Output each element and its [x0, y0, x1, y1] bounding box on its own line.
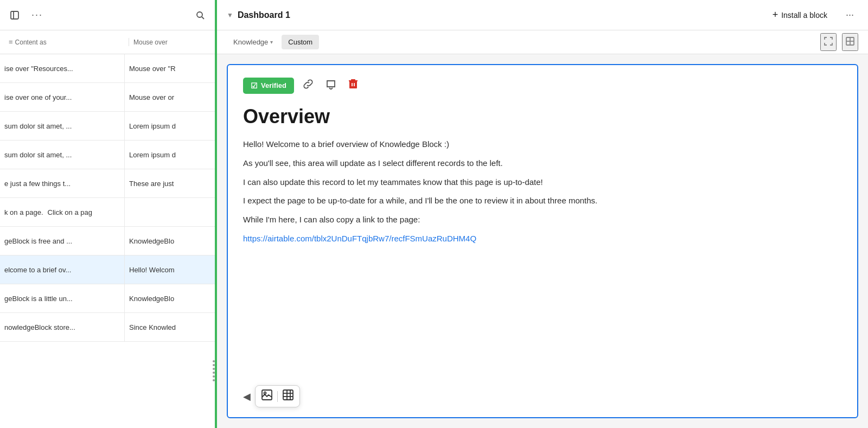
table-row[interactable]: geBlock is free and ... KnowledgeBlo: [0, 227, 215, 255]
image-icon[interactable]: [261, 389, 273, 404]
plus-icon: +: [773, 9, 778, 21]
table-row[interactable]: elcome to a brief ov... Hello! Welcom: [0, 255, 215, 284]
cell-col1: k on a page. Click on a pag: [0, 198, 125, 226]
card-paragraph: Hello! Welcome to a brief overview of Kn…: [243, 138, 842, 151]
cell-col1: ise over one of your...: [0, 83, 125, 111]
header-more-icon[interactable]: ···: [841, 7, 858, 23]
table-row[interactable]: ise over "Resources... Mouse over "R: [0, 54, 215, 83]
right-header: ▼ Dashboard 1 + Install a block ···: [217, 0, 868, 30]
content-icon: ≡: [9, 38, 13, 46]
dashboard-title-text: Dashboard 1: [238, 10, 290, 20]
cell-col1: nowledgeBlock store...: [0, 313, 125, 341]
card-paragraph: I can also update this record to let my …: [243, 176, 842, 189]
column-headers: ≡ Content as Mouse over: [0, 30, 215, 54]
bottom-icon-group: [255, 385, 300, 407]
header-actions: + Install a block ···: [767, 6, 858, 24]
collapse-icon[interactable]: ▼: [227, 11, 233, 19]
cell-col2: KnowledgeBlo: [125, 284, 215, 312]
install-block-button[interactable]: + Install a block: [767, 6, 833, 24]
search-icon[interactable]: [193, 8, 207, 22]
verified-button[interactable]: ☑ Verified: [243, 78, 294, 94]
col-header-mouseover: Mouse over: [129, 39, 210, 46]
knowledge-chevron-icon: ▾: [270, 39, 273, 45]
svg-line-2: [202, 17, 204, 19]
tab-custom[interactable]: Custom: [282, 35, 319, 49]
card-title: Overview: [243, 105, 842, 128]
cell-col2: Hello! Welcom: [125, 255, 215, 284]
svg-rect-13: [283, 390, 293, 400]
dashboard-title: ▼ Dashboard 1: [227, 10, 290, 20]
tabs-left: Knowledge ▾ Custom: [227, 35, 319, 49]
cell-col1: sum dolor sit amet, ...: [0, 140, 125, 169]
delete-icon[interactable]: [345, 76, 361, 95]
more-dots-icon[interactable]: ···: [29, 7, 45, 23]
cell-col2: Mouse over "R: [125, 54, 215, 82]
card-paragraph: While I'm here, I can also copy a link t…: [243, 213, 842, 227]
table-icon[interactable]: [282, 389, 294, 404]
card-bottom: ◀: [243, 385, 300, 407]
cell-col1: e just a few things t...: [0, 169, 125, 197]
comment-icon[interactable]: [322, 76, 340, 94]
table-row[interactable]: k on a page. Click on a pag: [0, 198, 215, 227]
svg-rect-11: [262, 390, 272, 400]
left-panel: ··· ≡ Content as Mouse over ise over "Re…: [0, 0, 217, 428]
svg-point-1: [197, 12, 202, 17]
card-paragraph: As you'll see, this area will update as …: [243, 157, 842, 170]
grid-icon[interactable]: [842, 33, 858, 51]
tab-knowledge[interactable]: Knowledge ▾: [227, 35, 279, 49]
cell-col2: Since Knowled: [125, 313, 215, 341]
fullscreen-icon[interactable]: [820, 33, 837, 51]
right-panel: ▼ Dashboard 1 + Install a block ··· Know…: [217, 0, 868, 428]
table-row[interactable]: sum dolor sit amet, ... Lorem ipsum d: [0, 112, 215, 140]
expand-icon[interactable]: [8, 8, 22, 22]
svg-rect-6: [349, 81, 357, 88]
table-row[interactable]: nowledgeBlock store... Since Knowled: [0, 313, 215, 342]
svg-rect-0: [11, 11, 18, 19]
cell-col1: ise over "Resources...: [0, 54, 125, 82]
cell-col2: Click on a pag: [43, 205, 97, 220]
cell-col1: elcome to a brief ov...: [0, 255, 125, 284]
tabs-right: [820, 33, 858, 51]
table-row[interactable]: ise over one of your... Mouse over or: [0, 83, 215, 112]
card-link[interactable]: https://airtable.com/tblx2UnDuFTqjbRw7/r…: [243, 234, 476, 243]
svg-point-12: [264, 392, 266, 394]
knowledge-card: ☑ Verified: [227, 64, 858, 418]
collapse-left-icon[interactable]: ◀: [243, 391, 251, 403]
table-rows: ise over "Resources... Mouse over "R ise…: [0, 54, 215, 428]
cell-col2: These are just: [125, 169, 215, 197]
cell-col2: Lorem ipsum d: [125, 140, 215, 169]
card-paragraph: https://airtable.com/tblx2UnDuFTqjbRw7/r…: [243, 232, 842, 246]
tabs-row: Knowledge ▾ Custom: [217, 30, 868, 54]
link-icon[interactable]: [299, 76, 317, 94]
checkmark-icon: ☑: [251, 81, 258, 90]
cell-col1: geBlock is free and ...: [0, 227, 125, 255]
card-body: Hello! Welcome to a brief overview of Kn…: [243, 138, 842, 246]
cell-col2: KnowledgeBlo: [125, 227, 215, 255]
col-header-content: ≡ Content as: [4, 38, 129, 46]
cell-col2: Lorem ipsum d: [125, 112, 215, 140]
left-toolbar: ···: [0, 0, 215, 30]
card-paragraph: I expect the page to be up-to-date for a…: [243, 194, 842, 208]
panel-drag-handle[interactable]: [212, 358, 216, 384]
table-row[interactable]: sum dolor sit amet, ... Lorem ipsum d: [0, 140, 215, 169]
cell-col1: geBlock is a little un...: [0, 284, 125, 312]
table-row[interactable]: e just a few things t... These are just: [0, 169, 215, 198]
main-content: ☑ Verified: [217, 54, 868, 428]
cell-col1: sum dolor sit amet, ...: [0, 112, 125, 140]
cell-col2: Mouse over or: [125, 83, 215, 111]
table-row[interactable]: geBlock is a little un... KnowledgeBlo: [0, 284, 215, 313]
card-toolbar: ☑ Verified: [243, 76, 842, 95]
